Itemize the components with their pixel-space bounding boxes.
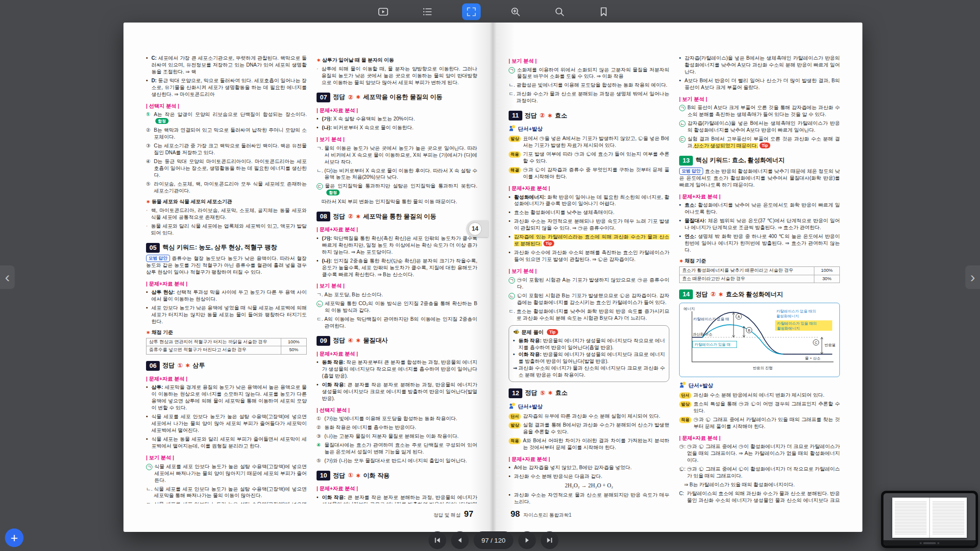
thumbnail-book bbox=[892, 498, 967, 538]
bullet-item: •삼투: 세포막을 경계로 용질의 농도가 낮은 용액에서 높은 용액으로 물이… bbox=[146, 384, 307, 411]
note-heading: ∗ 채점 기준 bbox=[679, 258, 840, 264]
bullet-item: •A보다 B에서 반응이 더 빨리 일어나 산소가 더 많이 발생한 결과, B… bbox=[679, 77, 840, 91]
choice-item: ㄱ식물 세포를 세포 안보다 농도가 높은 설탕 수용액(고장액)에 넣으면 세… bbox=[146, 463, 307, 484]
sub-item: ·핵, 마이토콘드리아, 라이보솜, 세포막, 소포체, 골지체는 동물 세포와… bbox=[146, 207, 307, 221]
choice-marker: ③ bbox=[146, 143, 154, 156]
question-number: 11 bbox=[509, 111, 522, 120]
bullet-item: •삼투 현상: 선택적 투과성 막을 사이에 두고 농도가 다른 두 용액 사이… bbox=[146, 289, 307, 303]
choice-marker: ② bbox=[317, 424, 324, 431]
tip-badge: Tip bbox=[760, 143, 770, 148]
sub-item: ·동물 세포와 달리 식물 세포에는 엽록체와 세포벽이 있고, 액포가 발달되… bbox=[146, 223, 307, 237]
bullet-item: •효소는 활성화에너지를 낮추는 생체촉매이다. bbox=[509, 209, 669, 216]
clue-tag: 발상 bbox=[509, 136, 521, 142]
bookmark-icon[interactable] bbox=[594, 3, 613, 20]
bullet-item: •활성화에너지: 화학 반응이 일어나는 데 필요한 최소한의 에너지로, 활성… bbox=[509, 194, 669, 208]
correct-choice-marker: ㄴ bbox=[317, 301, 323, 307]
page-number: 97 bbox=[464, 509, 473, 519]
bullet-item: •과산화 수소 분해 반응식은 다음과 같다. bbox=[509, 473, 669, 480]
bullet-item: •연소: 생명체 밖 화학 반응 중 하나로 400 ℃의 높은 온도에서 반응… bbox=[679, 233, 840, 254]
idea-bulb-icon bbox=[679, 382, 686, 390]
choice-item: ㄱB의 풍선이 A보다 크게 부풀어 오른 것을 통해 감자즙에는 과산화 수소… bbox=[679, 104, 840, 118]
next-spread-arrow[interactable]: › bbox=[965, 265, 980, 289]
analysis-label: | 문제+자료 분석 | bbox=[679, 434, 840, 442]
page-indicator[interactable]: 97 / 120 bbox=[474, 531, 514, 549]
question-number: 06 bbox=[146, 361, 160, 371]
bullet-item: •(가): 막단백질을 통한 확산(촉진 확산)은 세포 안팎의 농도차가 클수… bbox=[317, 235, 477, 256]
model-answer: 모범 답안효소는 반응의 활성화에너지를 낮추기 때문에 체온 정도의 낮은 온… bbox=[679, 168, 840, 189]
analysis-label: | 문제+자료 분석 | bbox=[317, 107, 477, 114]
question-heading: 06정답①∗삼투 bbox=[146, 361, 307, 371]
media-icon[interactable] bbox=[374, 3, 392, 20]
choice-marker: ⑤ bbox=[146, 181, 154, 194]
page-number: 98 bbox=[511, 509, 520, 519]
analysis-label: | 선택지 분석 | bbox=[317, 407, 477, 414]
sub-item: 따라서 X의 부피 변화는 인지질막을 통한 물의 이동 때문이다. bbox=[317, 198, 477, 205]
chemical-formula: 2H₂O₂ → 2H₂O + O₂ bbox=[509, 482, 669, 490]
question-number: 10 bbox=[317, 471, 330, 480]
toc-icon[interactable] bbox=[418, 3, 437, 20]
choice-item: ㄱ.물의 이동은 농도가 낮은 곳에서 농도가 높은 곳으로 일어난다. 따라서… bbox=[317, 145, 477, 166]
choice-marker: ㉡: bbox=[679, 466, 687, 479]
model-answer: 모범 답안증류수는 혈장 농도보다 농도가 낮은 용액이다. 따라서 혈장 농도… bbox=[146, 255, 307, 276]
add-button[interactable]: + bbox=[5, 528, 24, 547]
question-number: 12 bbox=[509, 388, 522, 398]
book-spread: •C: 세포에서 가장 큰 세포소기관으로, 뚜렷하게 관찰된다. 핵막으로 둘… bbox=[123, 23, 862, 532]
thumbnail-spine bbox=[929, 498, 930, 538]
svg-text:카탈레이스가 있을 때의: 카탈레이스가 있을 때의 bbox=[777, 322, 817, 326]
search-icon[interactable] bbox=[550, 3, 569, 20]
clue-tag: 단서 bbox=[509, 413, 521, 420]
zoom-in-icon[interactable] bbox=[506, 3, 525, 20]
choice-item: ③C는 세포소기관 중 가장 크고 핵막으로 둘러싸인 핵이다. 핵은 유전물질… bbox=[146, 143, 307, 156]
chapter-tab[interactable]: 14 bbox=[466, 220, 488, 237]
choice-item: ㄴ.식물 세포를 세포 안보다 농도가 높은 설탕 수용액(고장액)에 넣으면 … bbox=[146, 486, 307, 500]
sub-item: ⇒ B는 카탈레이스가 있을 때의 활성화에너지이다. bbox=[679, 481, 840, 488]
bee-icon bbox=[513, 329, 519, 336]
grading-table: 삼투 현상과 연관지어 적혈구가 터지는 까닭을 서술한 경우100%증류수를 … bbox=[146, 338, 307, 355]
first-page-button[interactable] bbox=[429, 531, 446, 549]
tip-badge: Tip bbox=[547, 329, 558, 335]
left-page-footer: 정답 및 해설 97 bbox=[434, 509, 473, 519]
choice-marker: C: bbox=[679, 490, 687, 503]
preview-thumbnail[interactable] bbox=[881, 491, 978, 548]
clue-item: 해결㉠과 ㉡이 감자즙과 증류수 중 무엇인지를 구하는 것부터 문제 풀이를 … bbox=[509, 167, 669, 180]
bullet-item: •이화 작용: 큰 분자를 작은 분자로 분해하는 과정, 반응물의 에너지가 … bbox=[317, 494, 477, 503]
thumbnail-page-left bbox=[895, 501, 927, 535]
svg-text:카탈레이스가 있을 때: 카탈레이스가 있을 때 bbox=[695, 343, 731, 347]
bullet-item: •이화 작용: 큰 분자를 작은 분자로 분해하는 과정, 반응물의 에너지가 … bbox=[317, 382, 477, 402]
fullscreen-icon[interactable] bbox=[462, 3, 481, 20]
correct-choice-marker: ㄷ bbox=[679, 136, 686, 143]
bullet-item: •식물 세포는 동물 세포와 달리 세포의 부피가 줄어들면서 세포막이 세포벽… bbox=[146, 436, 307, 450]
clue-item: 단서감자즙의 유무에 따른 과산화 수소 분해 실험이 제시되어 있다. bbox=[509, 413, 669, 420]
bullet-item: •동화 작용: 작은 분자로부터 큰 분자를 합성하는 과정, 반응물의 에너지… bbox=[317, 359, 477, 380]
choice-item: ㄴ.광합성은 빛에너지를 이용해 포도당을 합성하는 동화 작용의 예이다. bbox=[509, 82, 669, 89]
svg-text:C: C bbox=[815, 341, 817, 345]
choice-item: ㄴ㉡이 포함된 시험관 B는 기포가 발생했으므로 ㉡은 감자즙이다. 감자즙에… bbox=[509, 292, 669, 306]
clue-item: 발상표에서 ㉠을 넣은 A에서는 기포가 발생하지 않았고, ㉡을 넣은 B에서… bbox=[509, 135, 669, 149]
page-left: •C: 세포에서 가장 큰 세포소기관으로, 뚜렷하게 관찰된다. 핵막으로 둘… bbox=[123, 23, 493, 532]
svg-text:과산화 수소: 과산화 수소 bbox=[693, 332, 713, 336]
clue-item: 적용기포 발생 여부에 따라 ㉠과 ㉡에 효소가 들어 있는지 여부를 추론할 … bbox=[509, 151, 669, 165]
model-answer-label: 모범 답안 bbox=[146, 255, 170, 262]
correct-choice-marker: ㄱ bbox=[509, 67, 515, 73]
model-answer-label: 모범 답안 bbox=[679, 168, 703, 175]
next-page-button[interactable] bbox=[518, 531, 536, 549]
choice-item: ㄱ소화제를 이용하여 위에서 소화되지 않은 고분자의 물질을 저분자의 물질로… bbox=[509, 67, 669, 80]
prev-spread-arrow[interactable]: ‹ bbox=[0, 265, 15, 289]
choice-item: ③(나)는 고분자 물질이 저분자 물질로 분해되는 이화 작용이다. bbox=[317, 433, 477, 440]
footer-label: 정답 및 해설 bbox=[434, 512, 461, 519]
choice-item: ㄷ.효소는 활성화에너지를 낮추어 화학 반응의 반응 속도를 증가시키므로 과… bbox=[509, 308, 669, 322]
note-heading: ∗ 동물 세포와 식물 세포의 세포소기관 bbox=[146, 198, 307, 205]
question-number: 13 bbox=[679, 156, 693, 166]
choice-item: ④물질대사에는 효소가 관여하며 효소는 주로 단백질로 구성되어 있어 높은 … bbox=[317, 442, 477, 455]
choice-item: ①A는 작은 알갱이 모양의 리보솜으로 단백질이 합성되는 장소이다.함정 bbox=[146, 111, 307, 125]
correct-choice-marker: ① bbox=[146, 111, 154, 125]
choice-item: C:카탈레이스의 효소에 의해 과산화 수소가 물과 산소로 분해된다. 반응물… bbox=[679, 490, 840, 503]
bullet-item: •(가): X 속 설탕 수용액의 농도는 20%이다. bbox=[317, 116, 477, 122]
bullet-item: •D: 둥근 막대 모양으로, 막으로 둘러싸여 있다. 세포호흡이 일어나는 … bbox=[146, 77, 307, 98]
analysis-label: | 보기 분석 | bbox=[317, 136, 477, 143]
choice-item: ㄷ물은 인지질막을 통과하지만 설탕은 인지질막을 통과하지 못한다.함정 bbox=[317, 183, 477, 196]
analysis-label: | 보기 분석 | bbox=[146, 454, 307, 461]
prev-page-button[interactable] bbox=[451, 531, 469, 549]
analysis-label: | 선택지 분석 | bbox=[146, 102, 307, 110]
last-page-button[interactable] bbox=[540, 531, 558, 549]
